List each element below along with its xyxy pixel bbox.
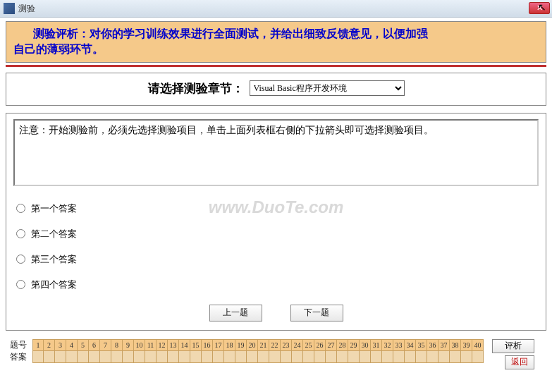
grid-ans-cell[interactable]	[360, 351, 371, 363]
grid-num-cell[interactable]: 18	[224, 339, 235, 351]
grid-ans-cell[interactable]	[247, 351, 258, 363]
grid-num-cell[interactable]: 10	[134, 339, 145, 351]
grid-ans-cell[interactable]	[55, 351, 66, 363]
grid-num-cell[interactable]: 9	[123, 339, 134, 351]
grid-num-cell[interactable]: 5	[78, 339, 89, 351]
grid-ans-cell[interactable]	[348, 351, 360, 363]
window-titlebar: 测验 ✕ ↖	[0, 0, 552, 18]
grid-num-cell[interactable]: 20	[247, 339, 258, 351]
grid-num-cell[interactable]: 33	[393, 339, 405, 351]
grid-num-cell[interactable]: 27	[326, 339, 337, 351]
grid-num-cell[interactable]: 28	[337, 339, 348, 351]
grid-ans-cell[interactable]	[145, 351, 157, 363]
grid-ans-cell[interactable]	[303, 351, 314, 363]
grid-num-cell[interactable]: 35	[416, 339, 427, 351]
grid-num-cell[interactable]: 1	[32, 339, 44, 351]
grid-num-cell[interactable]: 8	[111, 339, 123, 351]
grid-ans-cell[interactable]	[89, 351, 100, 363]
grid-ans-cell[interactable]	[157, 351, 168, 363]
grid-num-cell[interactable]: 29	[348, 339, 360, 351]
answer-option-1[interactable]: 第一个答案	[13, 196, 539, 221]
grid-num-cell[interactable]: 11	[145, 339, 157, 351]
grid-ans-cell[interactable]	[314, 351, 326, 363]
grid-num-cell[interactable]: 4	[66, 339, 78, 351]
grid-ans-cell[interactable]	[111, 351, 123, 363]
grid-ans-cell[interactable]	[134, 351, 145, 363]
grid-ans-cell[interactable]	[393, 351, 405, 363]
answer-label-2: 第二个答案	[31, 228, 77, 240]
next-button[interactable]: 下一题	[290, 305, 343, 321]
grid-ans-cell[interactable]	[44, 351, 55, 363]
grid-num-cell[interactable]: 36	[427, 339, 438, 351]
grid-num-cell[interactable]: 13	[168, 339, 179, 351]
grid-ans-cell[interactable]	[258, 351, 269, 363]
chapter-label: 请选择测验章节：	[148, 80, 244, 97]
grid-num-cell[interactable]: 19	[235, 339, 247, 351]
grid-num-cell[interactable]: 26	[314, 339, 326, 351]
main-container: 测验评析：对你的学习训练效果进行全面测试，并给出细致反馈意见，以便加强 自己的薄…	[0, 18, 552, 374]
grid-ans-cell[interactable]	[202, 351, 213, 363]
grid-ans-cell[interactable]	[371, 351, 382, 363]
grid-ans-cell[interactable]	[78, 351, 89, 363]
grid-ans-cell[interactable]	[405, 351, 416, 363]
grid-ans-cell[interactable]	[168, 351, 179, 363]
grid-num-cell[interactable]: 21	[258, 339, 269, 351]
grid-num-cell[interactable]: 14	[179, 339, 190, 351]
grid-ans-cell[interactable]	[213, 351, 224, 363]
grid-ans-cell[interactable]	[450, 351, 461, 363]
grid-ans-cell[interactable]	[438, 351, 450, 363]
answer-option-4[interactable]: 第四个答案	[13, 272, 539, 298]
grid-ans-cell[interactable]	[281, 351, 292, 363]
grid-ans-cell[interactable]	[416, 351, 427, 363]
grid-num-cell[interactable]: 37	[438, 339, 450, 351]
grid-num-cell[interactable]: 40	[472, 339, 484, 351]
return-button[interactable]: 返回	[505, 355, 534, 369]
analyze-button[interactable]: 评析	[492, 339, 534, 353]
grid-num-cell[interactable]: 16	[202, 339, 213, 351]
grid-ans-cell[interactable]	[382, 351, 393, 363]
grid-ans-cell[interactable]	[326, 351, 337, 363]
grid-num-cell[interactable]: 17	[213, 339, 224, 351]
close-button[interactable]: ✕	[529, 2, 550, 14]
chapter-dropdown[interactable]: Visual Basic程序开发环境	[250, 80, 405, 96]
grid-num-cell[interactable]: 24	[292, 339, 303, 351]
grid-num-cell[interactable]: 3	[55, 339, 66, 351]
radio-3[interactable]	[16, 255, 25, 264]
bottom-panel: 题号 答案 1234567891011121314151617181920212…	[6, 338, 546, 371]
grid-num-cell[interactable]: 23	[281, 339, 292, 351]
grid-ans-cell[interactable]	[472, 351, 484, 363]
grid-ans-cell[interactable]	[100, 351, 111, 363]
grid-ans-cell[interactable]	[269, 351, 281, 363]
grid-num-cell[interactable]: 39	[461, 339, 472, 351]
grid-num-cell[interactable]: 22	[269, 339, 281, 351]
grid-num-cell[interactable]: 7	[100, 339, 111, 351]
grid-ans-cell[interactable]	[123, 351, 134, 363]
question-textbox[interactable]: 注意：开始测验前，必须先选择测验项目，单击上面列表框右侧的下拉箭头即可选择测验项…	[13, 119, 539, 186]
grid-ans-cell[interactable]	[235, 351, 247, 363]
grid-num-cell[interactable]: 34	[405, 339, 416, 351]
radio-2[interactable]	[16, 229, 25, 238]
grid-ans-cell[interactable]	[461, 351, 472, 363]
grid-num-cell[interactable]: 6	[89, 339, 100, 351]
grid-num-cell[interactable]: 38	[450, 339, 461, 351]
grid-ans-cell[interactable]	[66, 351, 78, 363]
grid-num-cell[interactable]: 12	[157, 339, 168, 351]
grid-num-cell[interactable]: 30	[360, 339, 371, 351]
grid-ans-cell[interactable]	[427, 351, 438, 363]
grid-num-cell[interactable]: 32	[382, 339, 393, 351]
grid-ans-cell[interactable]	[292, 351, 303, 363]
grid-ans-cell[interactable]	[179, 351, 190, 363]
grid-ans-cell[interactable]	[32, 351, 44, 363]
answer-option-2[interactable]: 第二个答案	[13, 221, 539, 247]
answer-option-3[interactable]: 第三个答案	[13, 247, 539, 272]
grid-num-cell[interactable]: 25	[303, 339, 314, 351]
radio-1[interactable]	[16, 204, 25, 213]
grid-num-cell[interactable]: 31	[371, 339, 382, 351]
grid-ans-cell[interactable]	[337, 351, 348, 363]
grid-num-cell[interactable]: 15	[190, 339, 202, 351]
grid-num-cell[interactable]: 2	[44, 339, 55, 351]
prev-button[interactable]: 上一题	[209, 305, 262, 321]
grid-ans-cell[interactable]	[224, 351, 235, 363]
grid-ans-cell[interactable]	[190, 351, 202, 363]
radio-4[interactable]	[16, 280, 25, 289]
